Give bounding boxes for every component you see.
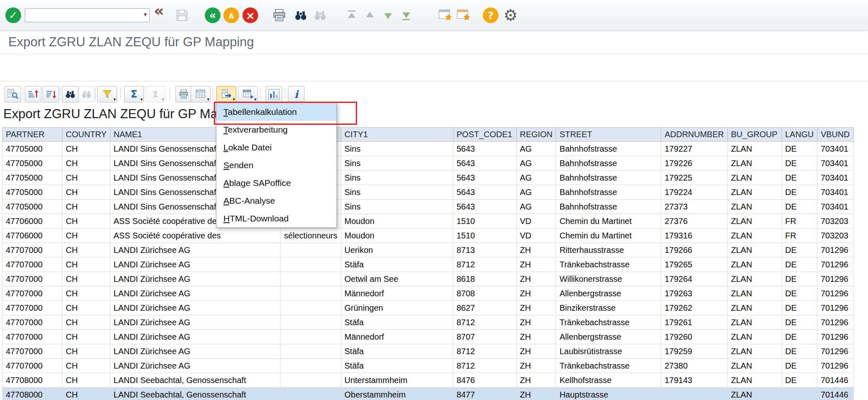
cell[interactable] — [281, 373, 341, 388]
table-row[interactable]: 47705000CHLANDI Sins GenossenschaftSins5… — [2, 171, 854, 185]
cell[interactable]: 701296 — [817, 243, 854, 257]
table-row[interactable]: 47707000CHLANDI Zürichsee AGStäfa8712ZHT… — [2, 315, 854, 330]
column-header-langu[interactable]: LANGU — [782, 128, 817, 142]
cell[interactable]: 8707 — [453, 330, 516, 344]
cell[interactable]: 1510 — [453, 229, 516, 243]
cell[interactable]: Bahnhofstrasse — [556, 185, 661, 200]
sort-descending-button[interactable] — [43, 86, 59, 102]
new-session-button[interactable] — [437, 7, 453, 24]
cell[interactable]: 701446 — [817, 388, 854, 400]
cell[interactable]: Grüningen — [341, 301, 453, 315]
cell[interactable]: CH — [62, 142, 110, 156]
info-button[interactable]: i — [288, 86, 305, 102]
cell[interactable]: 703401 — [817, 142, 854, 156]
cell[interactable]: DE — [782, 344, 817, 359]
command-field[interactable]: ▾ — [25, 8, 150, 22]
cell[interactable]: 8627 — [453, 301, 516, 315]
cell[interactable]: 701296 — [817, 301, 854, 315]
cell[interactable]: ZH — [516, 373, 556, 388]
cell[interactable]: DE — [782, 330, 817, 344]
cell[interactable]: 703401 — [817, 156, 854, 171]
column-header-region[interactable]: REGION — [516, 128, 556, 142]
alv-find-button[interactable] — [62, 86, 79, 102]
column-header-addrnumber[interactable]: ADDRNUMBER — [661, 128, 727, 142]
collapse-command-bar-icon[interactable]: « — [154, 2, 164, 20]
cell[interactable]: ZLAN — [727, 229, 782, 243]
cell[interactable]: Bahnhofstrasse — [556, 200, 661, 214]
cell[interactable] — [281, 301, 341, 315]
cell[interactable]: Willikonerstrasse — [556, 272, 661, 286]
cell[interactable]: DE — [782, 315, 817, 330]
cell[interactable]: CH — [62, 243, 110, 257]
cell[interactable]: 47706000 — [2, 229, 62, 243]
help-button[interactable]: ? — [482, 7, 499, 24]
cell[interactable]: 47705000 — [2, 171, 62, 185]
print-button[interactable] — [271, 7, 288, 24]
cell[interactable]: 47705000 — [2, 142, 62, 156]
cell[interactable]: ZLAN — [727, 388, 782, 400]
table-row[interactable]: 47707000CHLANDI Zürichsee AGOetwil am Se… — [2, 272, 854, 286]
cell[interactable] — [281, 272, 341, 286]
cell[interactable]: LANDI Zürichsee AG — [110, 257, 281, 272]
cell[interactable]: CH — [62, 286, 110, 301]
cell[interactable]: ZH — [516, 272, 556, 286]
subtotal-button[interactable]: Σ ▾ — [146, 86, 165, 102]
table-row[interactable]: 47705000CHLANDI Sins GenossenschaftSins5… — [2, 142, 854, 156]
cell[interactable] — [661, 388, 727, 400]
cell[interactable]: 47707000 — [2, 359, 62, 373]
cell[interactable]: 179225 — [661, 171, 727, 185]
create-shortcut-button[interactable] — [455, 7, 472, 24]
cell[interactable]: LANDI Zürichsee AG — [110, 243, 281, 257]
cell[interactable]: ZLAN — [727, 243, 782, 257]
find-button[interactable] — [293, 7, 309, 24]
cell[interactable]: ZLAN — [727, 344, 782, 359]
cell[interactable]: LANDI Seebachtal, Genossenschaft — [110, 373, 281, 388]
cell[interactable]: 8712 — [453, 257, 516, 272]
cell[interactable]: 47707000 — [2, 257, 62, 272]
cell[interactable]: 701296 — [817, 344, 854, 359]
cell[interactable]: Chemin du Martinet — [556, 229, 661, 243]
cell[interactable]: 5643 — [453, 171, 516, 185]
cell[interactable]: Stäfa — [341, 359, 453, 373]
table-row[interactable]: 47708000CHLANDI Seebachtal, Genossenscha… — [2, 373, 854, 388]
cell[interactable] — [281, 344, 341, 359]
cell[interactable]: Allenbergstrasse — [556, 286, 661, 301]
cell[interactable]: ASS Société coopérative des — [110, 229, 281, 243]
cell[interactable]: AG — [516, 171, 556, 185]
cell[interactable]: Binzikerstrasse — [556, 301, 661, 315]
cell[interactable]: 47707000 — [2, 243, 62, 257]
cancel-button[interactable]: × — [242, 7, 259, 24]
cell[interactable]: Stäfa — [341, 344, 453, 359]
cell[interactable]: ZLAN — [727, 171, 782, 185]
cell[interactable]: 47705000 — [2, 185, 62, 200]
table-row[interactable]: 47705000CHLANDI Sins GenossenschaftSins5… — [2, 156, 854, 171]
cell[interactable]: Laubisrütistrasse — [556, 344, 661, 359]
cell[interactable]: 703401 — [817, 185, 854, 200]
cell[interactable]: 701296 — [817, 315, 854, 330]
cell[interactable]: CH — [62, 344, 110, 359]
cell[interactable]: 179261 — [661, 315, 727, 330]
cell[interactable] — [281, 257, 341, 272]
cell[interactable]: 8713 — [453, 243, 516, 257]
cell[interactable]: 179227 — [661, 142, 727, 156]
cell[interactable]: DE — [782, 359, 817, 373]
export-button[interactable]: ▾ — [216, 86, 236, 102]
table-row[interactable]: 47707000CHLANDI Zürichsee AGStäfa8712ZHT… — [2, 257, 854, 272]
cell[interactable]: CH — [62, 301, 110, 315]
cell[interactable]: DE — [782, 142, 817, 156]
cell[interactable]: 701296 — [817, 272, 854, 286]
cell[interactable]: 8712 — [453, 315, 516, 330]
cell[interactable]: Stäfa — [341, 257, 453, 272]
cell[interactable]: 47707000 — [2, 272, 62, 286]
cell[interactable]: CH — [62, 272, 110, 286]
cell[interactable]: Oetwil am See — [341, 272, 453, 286]
first-page-button[interactable] — [343, 7, 360, 24]
cell[interactable]: VD — [516, 229, 556, 243]
cell[interactable]: CH — [62, 388, 110, 400]
cell[interactable] — [281, 315, 341, 330]
column-header-city1[interactable]: CITY1 — [341, 128, 453, 142]
cell[interactable]: ZLAN — [727, 301, 782, 315]
cell[interactable]: Ritterhausstrasse — [556, 243, 661, 257]
cell[interactable]: ZLAN — [727, 272, 782, 286]
cell[interactable]: AG — [516, 142, 556, 156]
